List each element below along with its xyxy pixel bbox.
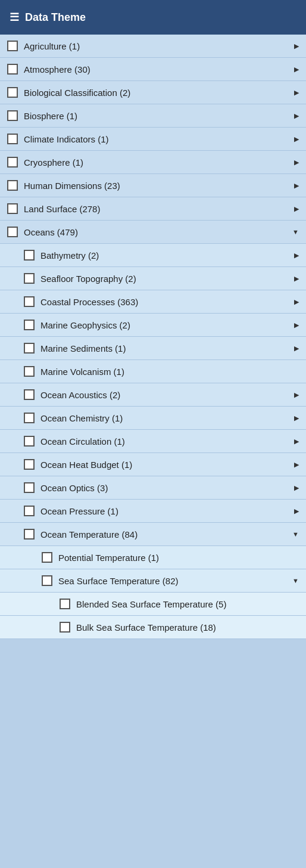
label-ocean-circulation: Ocean Circulation (1) <box>40 436 288 447</box>
list-item-atmosphere[interactable]: Atmosphere (30)▶ <box>0 58 306 81</box>
checkbox-biosphere[interactable] <box>7 110 18 121</box>
label-oceans: Oceans (479) <box>24 227 286 237</box>
menu-icon: ☰ <box>10 11 19 24</box>
checkbox-ocean-pressure[interactable] <box>24 506 35 516</box>
arrow-ocean-pressure[interactable]: ▶ <box>294 507 299 515</box>
arrow-biological-classification[interactable]: ▶ <box>294 89 299 97</box>
arrow-seafloor-topography[interactable]: ▶ <box>294 275 299 283</box>
label-ocean-heat-budget: Ocean Heat Budget (1) <box>40 460 288 470</box>
label-biosphere: Biosphere (1) <box>24 111 288 121</box>
list-item-marine-geophysics[interactable]: Marine Geophysics (2)▶ <box>0 314 306 337</box>
theme-list: Agriculture (1)▶Atmosphere (30)▶Biologic… <box>0 35 306 639</box>
list-item-ocean-chemistry[interactable]: Ocean Chemistry (1)▶ <box>0 407 306 430</box>
checkbox-potential-temperature[interactable] <box>42 552 52 563</box>
arrow-coastal-processes[interactable]: ▶ <box>294 298 299 306</box>
checkbox-ocean-heat-budget[interactable] <box>24 459 35 470</box>
checkbox-seafloor-topography[interactable] <box>24 273 35 284</box>
arrow-ocean-circulation[interactable]: ▶ <box>294 438 299 445</box>
list-item-agriculture[interactable]: Agriculture (1)▶ <box>0 35 306 58</box>
list-item-biosphere[interactable]: Biosphere (1)▶ <box>0 104 306 128</box>
list-item-human-dimensions[interactable]: Human Dimensions (23)▶ <box>0 174 306 197</box>
label-land-surface: Land Surface (278) <box>24 204 288 214</box>
checkbox-marine-geophysics[interactable] <box>24 320 35 330</box>
label-marine-sediments: Marine Sediments (1) <box>40 343 288 354</box>
list-item-oceans[interactable]: Oceans (479)▼ <box>0 221 306 244</box>
arrow-ocean-heat-budget[interactable]: ▶ <box>294 461 299 469</box>
label-cryosphere: Cryosphere (1) <box>24 157 288 168</box>
label-potential-temperature: Potential Temperature (1) <box>58 553 299 563</box>
list-item-marine-volcanism[interactable]: Marine Volcanism (1) <box>0 360 306 383</box>
checkbox-atmosphere[interactable] <box>7 64 18 75</box>
list-item-potential-temperature[interactable]: Potential Temperature (1) <box>0 546 306 569</box>
checkbox-ocean-chemistry[interactable] <box>24 413 35 423</box>
list-item-ocean-pressure[interactable]: Ocean Pressure (1)▶ <box>0 500 306 523</box>
header-title: Data Theme <box>25 11 86 24</box>
arrow-oceans[interactable]: ▼ <box>292 228 299 235</box>
arrow-ocean-chemistry[interactable]: ▶ <box>294 414 299 422</box>
arrow-ocean-acoustics[interactable]: ▶ <box>294 391 299 399</box>
arrow-land-surface[interactable]: ▶ <box>294 205 299 213</box>
checkbox-agriculture[interactable] <box>7 41 18 51</box>
label-ocean-temperature: Ocean Temperature (84) <box>40 529 286 540</box>
label-bathymetry: Bathymetry (2) <box>40 250 288 261</box>
list-item-land-surface[interactable]: Land Surface (278)▶ <box>0 197 306 221</box>
checkbox-ocean-circulation[interactable] <box>24 436 35 447</box>
label-ocean-pressure: Ocean Pressure (1) <box>40 506 288 516</box>
label-coastal-processes: Coastal Processes (363) <box>40 297 288 307</box>
checkbox-biological-classification[interactable] <box>7 87 18 98</box>
list-item-biological-classification[interactable]: Biological Classification (2)▶ <box>0 81 306 104</box>
label-sea-surface-temperature: Sea Surface Temperature (82) <box>58 576 286 586</box>
list-item-coastal-processes[interactable]: Coastal Processes (363)▶ <box>0 290 306 314</box>
arrow-human-dimensions[interactable]: ▶ <box>294 182 299 190</box>
arrow-biosphere[interactable]: ▶ <box>294 112 299 120</box>
arrow-agriculture[interactable]: ▶ <box>294 42 299 50</box>
arrow-marine-sediments[interactable]: ▶ <box>294 345 299 352</box>
list-item-bathymetry[interactable]: Bathymetry (2)▶ <box>0 244 306 267</box>
checkbox-marine-volcanism[interactable] <box>24 366 35 377</box>
arrow-sea-surface-temperature[interactable]: ▼ <box>292 577 299 584</box>
label-atmosphere: Atmosphere (30) <box>24 64 288 75</box>
checkbox-oceans[interactable] <box>7 227 18 237</box>
arrow-ocean-temperature[interactable]: ▼ <box>292 531 299 538</box>
list-item-ocean-heat-budget[interactable]: Ocean Heat Budget (1)▶ <box>0 453 306 476</box>
checkbox-ocean-temperature[interactable] <box>24 529 35 540</box>
list-item-seafloor-topography[interactable]: Seafloor Topography (2)▶ <box>0 267 306 290</box>
list-item-ocean-circulation[interactable]: Ocean Circulation (1)▶ <box>0 430 306 453</box>
checkbox-blended-sst[interactable] <box>60 599 70 609</box>
list-item-ocean-acoustics[interactable]: Ocean Acoustics (2)▶ <box>0 383 306 407</box>
label-bulk-sst: Bulk Sea Surface Temperature (18) <box>76 622 299 633</box>
arrow-marine-geophysics[interactable]: ▶ <box>294 321 299 329</box>
arrow-cryosphere[interactable]: ▶ <box>294 159 299 166</box>
list-item-marine-sediments[interactable]: Marine Sediments (1)▶ <box>0 337 306 360</box>
label-seafloor-topography: Seafloor Topography (2) <box>40 274 288 284</box>
list-item-ocean-optics[interactable]: Ocean Optics (3)▶ <box>0 476 306 500</box>
list-item-cryosphere[interactable]: Cryosphere (1)▶ <box>0 151 306 174</box>
checkbox-bulk-sst[interactable] <box>60 622 70 633</box>
label-climate-indicators: Climate Indicators (1) <box>24 134 288 144</box>
list-item-sea-surface-temperature[interactable]: Sea Surface Temperature (82)▼ <box>0 569 306 593</box>
label-blended-sst: Blended Sea Surface Temperature (5) <box>76 599 299 609</box>
checkbox-marine-sediments[interactable] <box>24 343 35 354</box>
list-item-blended-sst[interactable]: Blended Sea Surface Temperature (5) <box>0 593 306 616</box>
checkbox-sea-surface-temperature[interactable] <box>42 575 52 586</box>
checkbox-ocean-optics[interactable] <box>24 482 35 493</box>
list-item-bulk-sst[interactable]: Bulk Sea Surface Temperature (18) <box>0 616 306 639</box>
checkbox-ocean-acoustics[interactable] <box>24 389 35 400</box>
arrow-ocean-optics[interactable]: ▶ <box>294 484 299 492</box>
checkbox-cryosphere[interactable] <box>7 157 18 168</box>
arrow-atmosphere[interactable]: ▶ <box>294 66 299 73</box>
checkbox-bathymetry[interactable] <box>24 250 35 261</box>
list-item-climate-indicators[interactable]: Climate Indicators (1)▶ <box>0 128 306 151</box>
header: ☰ Data Theme <box>0 0 306 35</box>
label-ocean-optics: Ocean Optics (3) <box>40 483 288 493</box>
checkbox-coastal-processes[interactable] <box>24 296 35 307</box>
label-ocean-acoustics: Ocean Acoustics (2) <box>40 390 288 400</box>
list-item-ocean-temperature[interactable]: Ocean Temperature (84)▼ <box>0 523 306 546</box>
arrow-climate-indicators[interactable]: ▶ <box>294 135 299 143</box>
checkbox-human-dimensions[interactable] <box>7 180 18 191</box>
label-human-dimensions: Human Dimensions (23) <box>24 181 288 191</box>
label-marine-volcanism: Marine Volcanism (1) <box>40 367 299 377</box>
arrow-bathymetry[interactable]: ▶ <box>294 252 299 259</box>
checkbox-land-surface[interactable] <box>7 203 18 214</box>
checkbox-climate-indicators[interactable] <box>7 134 18 144</box>
